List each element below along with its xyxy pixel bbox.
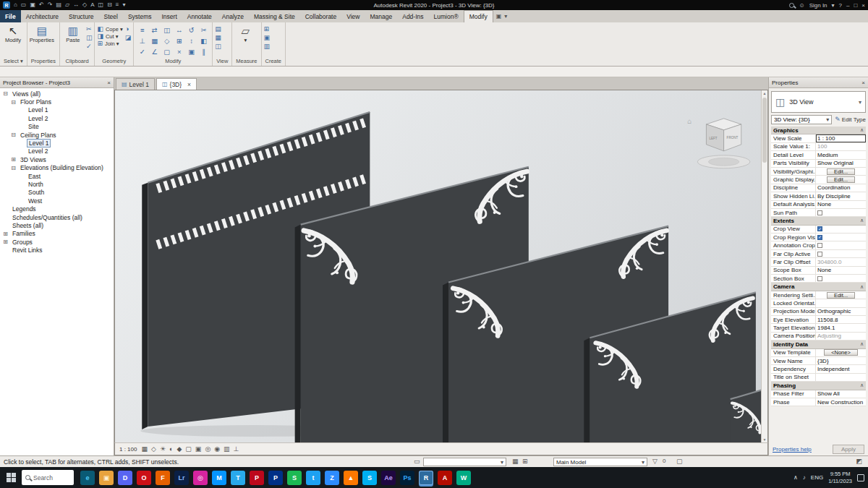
split-face-icon[interactable]: ◪ xyxy=(125,35,132,41)
ribbon-tab-insert[interactable]: Insert xyxy=(156,10,182,22)
apply-button[interactable]: Apply xyxy=(833,445,864,454)
tree-item-ceiling-plans[interactable]: ⊟Ceiling Plans xyxy=(0,131,114,139)
start-button[interactable] xyxy=(0,467,22,488)
align-icon[interactable]: ≡ xyxy=(136,25,148,35)
panel-label-modify[interactable]: Modify xyxy=(136,58,210,66)
copy-to-clipboard-icon[interactable]: ◫ xyxy=(86,35,93,41)
checkbox[interactable] xyxy=(817,210,822,215)
property-value[interactable] xyxy=(816,209,866,216)
property-value[interactable]: Edit... xyxy=(816,291,866,299)
array-icon[interactable]: ▦ xyxy=(148,35,161,46)
panel-label-view[interactable]: View xyxy=(215,58,229,66)
panel-label-clipboard[interactable]: Clipboard xyxy=(62,58,93,66)
property-value[interactable]: Adjusting xyxy=(816,333,866,340)
ribbon-tab-lumion[interactable]: Lumion® xyxy=(429,10,464,22)
close-button[interactable]: × xyxy=(861,2,865,9)
crop-view-icon[interactable]: ▢ xyxy=(185,446,192,453)
panel-label-create[interactable]: Create xyxy=(264,58,284,66)
language-indicator[interactable]: ENG xyxy=(811,474,823,481)
revit-app-icon[interactable]: R xyxy=(3,1,10,9)
property-value[interactable] xyxy=(816,241,866,249)
tree-expander-icon[interactable]: ⊟ xyxy=(10,99,17,106)
load-family-icon[interactable]: ▥ xyxy=(264,43,271,50)
property-value[interactable]: New Construction xyxy=(816,398,866,406)
taskbar-app-opera[interactable]: O xyxy=(137,471,151,485)
editable-only-icon[interactable]: ▢ xyxy=(676,458,683,465)
tree-item-3d-views[interactable]: ⊞3D Views xyxy=(0,155,114,163)
property-value[interactable]: 1 : 100 xyxy=(816,134,866,142)
property-value[interactable]: None xyxy=(816,267,866,274)
tree-expander-icon[interactable]: ⊟ xyxy=(2,90,9,97)
ribbon-tab-structure[interactable]: Structure xyxy=(64,10,99,22)
viewcube-left-label[interactable]: LEFT xyxy=(709,137,717,140)
tray-chevron-icon[interactable]: ∧ xyxy=(793,474,798,481)
taskbar-app-firefox[interactable]: F xyxy=(156,471,170,485)
ribbon-tab-collaborate[interactable]: Collaborate xyxy=(300,10,341,22)
panel-label-measure[interactable]: Measure xyxy=(234,58,258,66)
checkbox[interactable] xyxy=(817,276,822,281)
help-icon[interactable]: ? xyxy=(839,2,842,9)
section-header-extents[interactable]: Extents∧ xyxy=(771,217,866,225)
tree-expander-icon[interactable]: ⊞ xyxy=(2,239,9,245)
close-icon[interactable]: × xyxy=(861,80,865,86)
worksets-icon[interactable]: ▭ xyxy=(414,458,420,465)
taskbar-app-telegram[interactable]: T xyxy=(231,471,245,485)
paint-icon[interactable]: ◑ xyxy=(125,26,132,33)
ribbon-tab-modify[interactable]: Modify xyxy=(464,10,493,22)
property-value[interactable]: None xyxy=(816,201,866,208)
tree-item-schedules-quantities-all[interactable]: Schedules/Quantities (all) xyxy=(0,213,114,221)
scroll-down-icon[interactable]: ▼ xyxy=(763,437,767,442)
property-value[interactable]: Medium xyxy=(816,151,866,158)
property-value[interactable] xyxy=(816,374,866,381)
open-file-icon[interactable]: ▭ xyxy=(21,2,27,8)
taskbar-app-after-effects[interactable]: Ae xyxy=(381,471,396,485)
workspaces-dropdown-icon[interactable]: ▾ xyxy=(832,2,835,9)
show-crop-region-icon[interactable]: ▣ xyxy=(195,446,202,453)
viewcube-home-icon[interactable]: ⌂ xyxy=(687,117,692,125)
tree-item-revit-links[interactable]: Revit Links xyxy=(0,246,114,254)
tree-item-groups[interactable]: ⊞Groups xyxy=(0,238,114,246)
property-value[interactable]: Independent xyxy=(816,365,866,372)
delete-icon[interactable]: × xyxy=(173,46,185,57)
tree-expander-icon[interactable]: ⊞ xyxy=(2,231,9,237)
exclude-options-icon[interactable]: ▽ xyxy=(652,458,658,465)
view-tab-level-1[interactable]: ▤Level 1 xyxy=(116,78,155,90)
visual-style-icon[interactable]: ◇ xyxy=(151,446,156,453)
section-header-identity-data[interactable]: Identity Data∧ xyxy=(771,341,866,348)
taskbar-app-spotify[interactable]: S xyxy=(287,471,302,485)
minimize-button[interactable]: – xyxy=(846,2,849,9)
section-header-graphics[interactable]: Graphics∧ xyxy=(771,127,866,134)
type-selector[interactable]: ◫ 3D View ▾ xyxy=(771,91,866,113)
properties-button[interactable]: ▤Properties xyxy=(30,23,54,43)
property-value[interactable]: By Discipline xyxy=(816,192,866,200)
cut-button[interactable]: ◨Cut ▾ xyxy=(97,33,122,40)
temporary-hide-isolate-icon[interactable]: ◎ xyxy=(205,446,210,453)
tree-item-west[interactable]: West xyxy=(0,197,114,205)
rendering-dialog-icon[interactable]: ◆ xyxy=(176,446,182,453)
reveal-hidden-elements-icon[interactable]: ◉ xyxy=(214,446,220,453)
move-vertical-icon[interactable]: ↕ xyxy=(185,35,197,46)
paste-button[interactable]: ▥Paste xyxy=(62,23,84,43)
save-icon[interactable]: ▣ xyxy=(30,2,35,8)
property-value[interactable]: <None> xyxy=(816,349,866,356)
cut-geometry-icon[interactable]: ◧ xyxy=(197,35,210,46)
ribbon-tab-file[interactable]: File xyxy=(0,10,21,22)
section-header-camera[interactable]: Camera∧ xyxy=(771,283,866,291)
edit-button[interactable]: Edit... xyxy=(827,168,855,175)
detail-level-icon[interactable]: ▦ xyxy=(141,446,148,453)
property-value[interactable]: Show All xyxy=(816,390,866,398)
taskbar-app-zoom[interactable]: Z xyxy=(325,471,339,485)
tree-item-floor-plans[interactable]: ⊟Floor Plans xyxy=(0,98,114,106)
tree-expander-icon[interactable]: ⊟ xyxy=(10,132,17,138)
ribbon-collapse-icon[interactable]: ▾ xyxy=(504,13,507,20)
design-options-icon[interactable]: ▦ xyxy=(512,458,519,465)
tree-item-level-1[interactable]: Level 1 xyxy=(0,139,114,147)
thin-lines-icon[interactable]: ▤ xyxy=(215,26,221,33)
taskbar-app-skype[interactable]: S xyxy=(362,471,377,485)
create-group-icon[interactable]: ⊞ xyxy=(264,26,271,33)
ribbon-tab-view[interactable]: View xyxy=(341,10,365,22)
close-view-icon[interactable]: × xyxy=(187,81,191,88)
undo-icon[interactable]: ↶ xyxy=(39,2,44,8)
modify-tool-button[interactable]: ↖Modify xyxy=(2,23,24,43)
maximize-button[interactable]: □ xyxy=(854,2,857,9)
